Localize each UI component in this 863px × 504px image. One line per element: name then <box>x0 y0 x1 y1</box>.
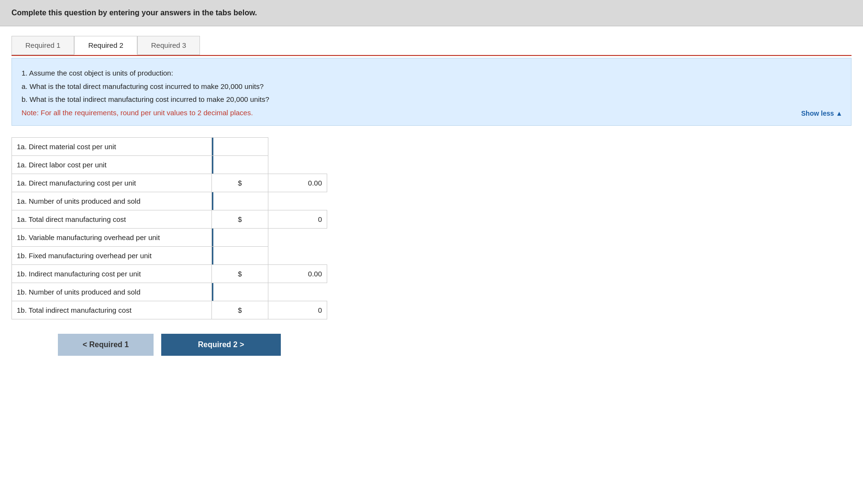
input-direct-material[interactable] <box>212 138 268 155</box>
question-box: 1. Assume the cost object is units of pr… <box>11 58 852 126</box>
row-input-3[interactable] <box>211 192 268 210</box>
row-input-1[interactable] <box>211 156 268 174</box>
table-row: 1b. Number of units produced and sold <box>12 283 327 301</box>
table-row: 1a. Direct labor cost per unit <box>12 156 327 174</box>
row-value-2: 0.00 <box>268 174 327 192</box>
table-row: 1b. Total indirect manufacturing cost $ … <box>12 301 327 319</box>
dollar-sign-9: $ <box>211 301 268 319</box>
table-row: 1b. Indirect manufacturing cost per unit… <box>12 265 327 283</box>
input-units-1b[interactable] <box>212 283 268 301</box>
row-label-5: 1b. Variable manufacturing overhead per … <box>12 229 212 247</box>
row-input-5[interactable] <box>211 229 268 247</box>
row-label-3: 1a. Number of units produced and sold <box>12 192 212 210</box>
dollar-sign-2: $ <box>211 174 268 192</box>
tab-required-1[interactable]: Required 1 <box>11 36 74 55</box>
next-button[interactable]: Required 2 <box>161 334 281 356</box>
tabs-bar: Required 1 Required 2 Required 3 <box>11 36 852 56</box>
table-row: 1a. Number of units produced and sold <box>12 192 327 210</box>
question-line-3: b. What is the total indirect manufactur… <box>22 93 841 106</box>
row-label-9: 1b. Total indirect manufacturing cost <box>12 301 212 319</box>
row-value-7: 0.00 <box>268 265 327 283</box>
show-less-button[interactable]: Show less <box>801 108 842 120</box>
row-input-8[interactable] <box>211 283 268 301</box>
answer-table: 1a. Direct material cost per unit 1a. Di… <box>11 137 327 319</box>
question-note: Note: For all the requirements, round pe… <box>22 107 841 119</box>
row-label-4: 1a. Total direct manufacturing cost <box>12 210 212 229</box>
nav-buttons: Required 1 Required 2 <box>11 334 327 356</box>
dollar-sign-7: $ <box>211 265 268 283</box>
row-label-2: 1a. Direct manufacturing cost per unit <box>12 174 212 192</box>
header-banner: Complete this question by entering your … <box>0 0 863 26</box>
row-label-1: 1a. Direct labor cost per unit <box>12 156 212 174</box>
tab-required-2[interactable]: Required 2 <box>74 36 137 55</box>
row-input-6[interactable] <box>211 247 268 265</box>
input-direct-labor[interactable] <box>212 156 268 174</box>
table-row: 1b. Fixed manufacturing overhead per uni… <box>12 247 327 265</box>
row-label-0: 1a. Direct material cost per unit <box>12 138 212 156</box>
tab-required-3[interactable]: Required 3 <box>137 36 200 55</box>
row-label-7: 1b. Indirect manufacturing cost per unit <box>12 265 212 283</box>
dollar-sign-4: $ <box>211 210 268 229</box>
table-row: 1a. Total direct manufacturing cost $ 0 <box>12 210 327 229</box>
row-value-4: 0 <box>268 210 327 229</box>
prev-button[interactable]: Required 1 <box>58 334 154 356</box>
row-input-0[interactable] <box>211 138 268 156</box>
input-units-1a[interactable] <box>212 192 268 210</box>
row-label-6: 1b. Fixed manufacturing overhead per uni… <box>12 247 212 265</box>
row-label-8: 1b. Number of units produced and sold <box>12 283 212 301</box>
table-row: 1b. Variable manufacturing overhead per … <box>12 229 327 247</box>
input-variable-overhead[interactable] <box>212 229 268 246</box>
table-row: 1a. Direct material cost per unit <box>12 138 327 156</box>
header-text: Complete this question by entering your … <box>11 9 257 17</box>
question-line-1: 1. Assume the cost object is units of pr… <box>22 67 841 79</box>
table-row: 1a. Direct manufacturing cost per unit $… <box>12 174 327 192</box>
question-line-2: a. What is the total direct manufacturin… <box>22 80 841 93</box>
row-value-9: 0 <box>268 301 327 319</box>
input-fixed-overhead[interactable] <box>212 247 268 264</box>
